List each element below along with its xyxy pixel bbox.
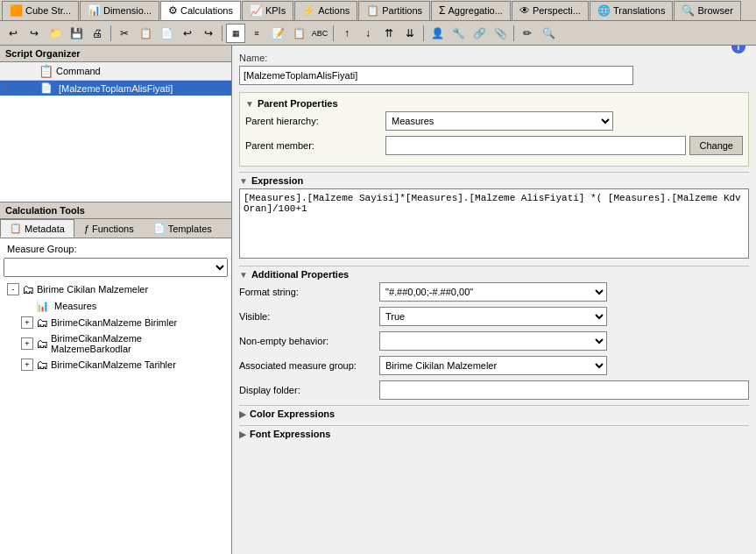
- parent-properties-section: ▼ Parent Properties Parent hierarchy: Me…: [239, 92, 749, 167]
- script-organizer-header: Script Organizer: [0, 46, 231, 62]
- tools-content: Measure Group: - 🗂 Birime Cikilan Malzem…: [0, 238, 231, 554]
- calc-tools: Calculation Tools 📋 Metadata ƒ Functions…: [0, 202, 231, 554]
- toolbar-move-last-btn[interactable]: ⇊: [400, 24, 420, 43]
- parent-hierarchy-row: Parent hierarchy: Measures: [245, 111, 743, 131]
- tools-tabs: 📋 Metadata ƒ Functions 📄 Templates: [0, 219, 231, 238]
- toolbar: ↩ ↪ 📁 💾 🖨 ✂ 📋 📄 ↩ ↪ ▦ ≡ 📝 📋 ABC ↑ ↓ ⇈ ⇊ …: [0, 21, 756, 46]
- name-label: Name:: [239, 53, 749, 63]
- tab-browser[interactable]: 🔍 Browser: [674, 1, 740, 20]
- toolbar-script-view-btn[interactable]: ≡: [247, 24, 266, 43]
- tab-aggregatio[interactable]: Σ Aggregatio...: [431, 1, 511, 20]
- tab-translations[interactable]: 🌐 Translations: [590, 1, 674, 20]
- toolbar-print-btn[interactable]: 🖨: [88, 24, 107, 43]
- format-string-row: Format string: "#.##0,00;-#.##0,00": [239, 282, 749, 302]
- additional-properties-content: Format string: "#.##0,00;-#.##0,00" Visi…: [239, 282, 749, 400]
- right-panel: Name: i ▼ Parent Properties Parent hiera…: [232, 46, 756, 554]
- display-folder-input[interactable]: [379, 380, 749, 400]
- expression-header[interactable]: ▼ Expression: [239, 172, 749, 188]
- name-section: Name:: [239, 53, 749, 85]
- associated-measure-group-select[interactable]: Birime Cikilan Malzemeler: [379, 356, 607, 375]
- additional-properties-section: ▼ Additional Properties Format string: "…: [239, 266, 749, 400]
- toolbar-redo-btn[interactable]: ↪: [199, 24, 218, 43]
- format-string-select[interactable]: "#.##0,00;-#.##0,00": [379, 282, 607, 302]
- tab-calculations[interactable]: ⚙ Calculations: [160, 1, 241, 20]
- tab-dimensio[interactable]: 📊 Dimensio...: [80, 1, 159, 20]
- expression-textarea[interactable]: [Measures].[Malzeme Sayisi]*[Measures].[…: [239, 188, 749, 259]
- toolbar-new-named-set-btn[interactable]: 📋: [289, 24, 308, 43]
- tab-functions[interactable]: ƒ Functions: [74, 219, 144, 238]
- parent-member-input[interactable]: [385, 136, 686, 155]
- tab-cube-str[interactable]: 🟧 Cube Str...: [2, 1, 79, 20]
- measure-group-select[interactable]: [4, 258, 228, 277]
- toolbar-sep3: [333, 25, 334, 41]
- additional-properties-header[interactable]: ▼ Additional Properties: [239, 266, 749, 282]
- toolbar-sep1: [110, 25, 111, 41]
- parent-properties-content: Parent hierarchy: Measures Parent member…: [245, 111, 743, 155]
- toolbar-back-btn[interactable]: ↩: [4, 24, 23, 43]
- tree-item-birimler[interactable]: + 🗂 BirimeCikanMalzeme Birimler: [4, 314, 228, 331]
- toolbar-sep5: [513, 25, 514, 41]
- toolbar-user-btn[interactable]: 👤: [427, 24, 447, 43]
- left-panel: Script Organizer 📋 Command 1 📄 [MalzemeT…: [0, 46, 232, 554]
- toolbar-open-btn[interactable]: 📁: [46, 24, 65, 43]
- font-expressions-header[interactable]: ▶ Font Expressions: [239, 425, 749, 442]
- visible-row: Visible: TrueFalse: [239, 307, 749, 326]
- tab-templates[interactable]: 📄 Templates: [144, 219, 222, 238]
- tab-actions[interactable]: ⚡ Actions: [294, 1, 357, 20]
- toolbar-attach-btn[interactable]: 📎: [491, 24, 510, 43]
- toolbar-settings-btn[interactable]: 🔧: [449, 24, 468, 43]
- tree-item-tarihler[interactable]: + 🗂 BirimeCikanMalzeme Tarihler: [4, 356, 228, 373]
- color-expressions-section: ▶ Color Expressions: [239, 405, 749, 422]
- expression-section: ▼ Expression [Measures].[Malzeme Sayisi]…: [239, 172, 749, 260]
- calc-tools-header: Calculation Tools: [0, 202, 231, 219]
- expand-tarihler[interactable]: +: [21, 359, 33, 371]
- toolbar-move-down-btn[interactable]: ↓: [358, 24, 378, 43]
- toolbar-paste-btn[interactable]: 📄: [157, 24, 176, 43]
- toolbar-form-view-btn[interactable]: ▦: [226, 24, 245, 43]
- display-folder-row: Display folder:: [239, 380, 749, 400]
- parent-hierarchy-select[interactable]: Measures: [385, 111, 613, 131]
- toolbar-sep4: [423, 25, 424, 41]
- measure-group-label: Measure Group:: [4, 242, 228, 256]
- tab-partitions[interactable]: 📋 Partitions: [358, 1, 430, 20]
- script-tree: 📋 Command 1 📄 [MalzemeToplamAlisFiyati]: [0, 62, 231, 202]
- tab-perspecti[interactable]: 👁 Perspecti...: [512, 1, 589, 20]
- toolbar-edit-btn[interactable]: ✏: [518, 24, 537, 43]
- non-empty-behavior-row: Non-empty behavior:: [239, 331, 749, 351]
- tree-item-birime-cikilan[interactable]: - 🗂 Birime Cikilan Malzemeler: [4, 281, 228, 298]
- script-tree-header: 📋 Command: [0, 62, 231, 81]
- toolbar-move-first-btn[interactable]: ⇈: [379, 24, 399, 43]
- parent-member-row: Parent member: Change: [245, 136, 743, 155]
- toolbar-undo-btn[interactable]: ↩: [178, 24, 197, 43]
- expand-birimler[interactable]: +: [21, 316, 33, 329]
- toolbar-find-btn[interactable]: 🔍: [539, 24, 558, 43]
- visible-select[interactable]: TrueFalse: [379, 307, 607, 326]
- tree-item-measures[interactable]: 📊 Measures: [4, 298, 228, 314]
- name-input[interactable]: [239, 66, 633, 85]
- expand-barkodlar[interactable]: +: [21, 337, 33, 350]
- toolbar-move-up-btn[interactable]: ↑: [337, 24, 357, 43]
- main-layout: Script Organizer 📋 Command 1 📄 [MalzemeT…: [0, 46, 756, 554]
- toolbar-sep2: [222, 25, 223, 41]
- tab-kpis[interactable]: 📈 KPIs: [242, 1, 293, 20]
- script-tree-item-0[interactable]: 1 📄 [MalzemeToplamAlisFiyati]: [0, 81, 231, 96]
- font-expressions-section: ▶ Font Expressions: [239, 425, 749, 442]
- tab-bar: 🟧 Cube Str... 📊 Dimensio... ⚙ Calculatio…: [0, 0, 756, 21]
- toolbar-save-btn[interactable]: 💾: [67, 24, 86, 43]
- tab-metadata[interactable]: 📋 Metadata: [0, 219, 74, 238]
- expand-birime-cikilan[interactable]: -: [7, 283, 19, 295]
- toolbar-spell-btn[interactable]: ABC: [310, 24, 329, 43]
- toolbar-new-calc-btn[interactable]: 📝: [268, 24, 287, 43]
- non-empty-behavior-select[interactable]: [379, 331, 607, 351]
- associated-measure-group-row: Associated measure group: Birime Cikilan…: [239, 356, 749, 375]
- toolbar-link-btn[interactable]: 🔗: [470, 24, 489, 43]
- toolbar-copy-btn[interactable]: 📋: [136, 24, 155, 43]
- toolbar-cut-btn[interactable]: ✂: [115, 24, 134, 43]
- tree-item-barkodlar[interactable]: + 🗂 BirimeCikanMalzeme MalzemeBarkodlar: [4, 331, 228, 356]
- color-expressions-header[interactable]: ▶ Color Expressions: [239, 405, 749, 422]
- toolbar-forward-btn[interactable]: ↪: [25, 24, 44, 43]
- parent-properties-header[interactable]: ▼ Parent Properties: [245, 98, 743, 111]
- change-button[interactable]: Change: [689, 136, 743, 155]
